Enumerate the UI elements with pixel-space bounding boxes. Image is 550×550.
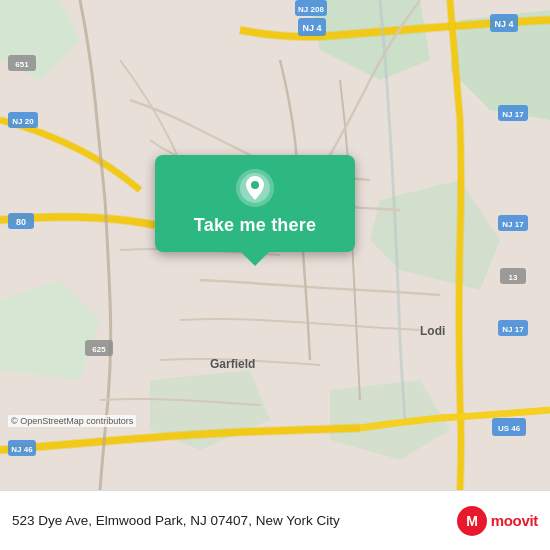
svg-text:NJ 46: NJ 46 bbox=[11, 445, 33, 454]
moovit-logo: M moovit bbox=[456, 505, 538, 537]
svg-text:80: 80 bbox=[16, 217, 26, 227]
svg-text:NJ 20: NJ 20 bbox=[12, 117, 34, 126]
moovit-icon: M bbox=[456, 505, 488, 537]
map-container: NJ 4 NJ 4 NJ 208 NJ 20 80 NJ 17 NJ 17 NJ… bbox=[0, 0, 550, 490]
svg-text:NJ 208: NJ 208 bbox=[298, 5, 324, 14]
callout[interactable]: Take me there bbox=[155, 155, 355, 252]
svg-point-40 bbox=[251, 181, 259, 189]
svg-text:US 46: US 46 bbox=[498, 424, 521, 433]
bottom-bar: 523 Dye Ave, Elmwood Park, NJ 07407, New… bbox=[0, 490, 550, 550]
svg-text:NJ 17: NJ 17 bbox=[502, 110, 524, 119]
svg-text:NJ 17: NJ 17 bbox=[502, 220, 524, 229]
svg-text:Lodi: Lodi bbox=[420, 324, 445, 338]
take-me-there-button[interactable]: Take me there bbox=[194, 215, 316, 236]
svg-text:Garfield: Garfield bbox=[210, 357, 255, 371]
svg-text:M: M bbox=[466, 513, 478, 529]
svg-text:13: 13 bbox=[509, 273, 518, 282]
moovit-text: moovit bbox=[491, 512, 538, 529]
address-label: 523 Dye Ave, Elmwood Park, NJ 07407, New… bbox=[12, 512, 448, 530]
svg-text:651: 651 bbox=[15, 60, 29, 69]
location-pin-icon bbox=[236, 169, 274, 207]
svg-text:NJ 4: NJ 4 bbox=[494, 19, 513, 29]
map-attribution: © OpenStreetMap contributors bbox=[8, 415, 136, 427]
svg-text:NJ 4: NJ 4 bbox=[302, 23, 321, 33]
svg-text:NJ 17: NJ 17 bbox=[502, 325, 524, 334]
svg-text:625: 625 bbox=[92, 345, 106, 354]
